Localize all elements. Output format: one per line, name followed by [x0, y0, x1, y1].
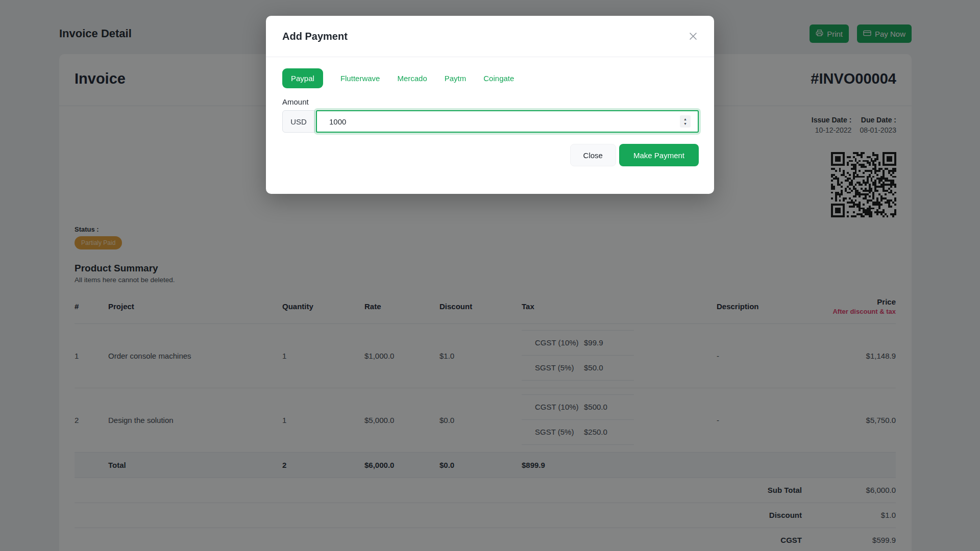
- close-button[interactable]: Close: [570, 144, 616, 166]
- spinner-down-icon[interactable]: ▼: [683, 122, 687, 126]
- currency-prefix: USD: [282, 110, 315, 133]
- tab-coingate[interactable]: Coingate: [483, 74, 514, 83]
- modal-title: Add Payment: [282, 31, 348, 42]
- amount-input-group: USD ▲ ▼: [282, 110, 699, 133]
- modal-header: Add Payment: [266, 16, 714, 57]
- spinner-up-icon[interactable]: ▲: [683, 117, 687, 121]
- add-payment-modal: Add Payment Paypal Flutterwave Mercado P…: [266, 16, 714, 194]
- tab-mercado[interactable]: Mercado: [397, 74, 427, 83]
- amount-input[interactable]: [316, 110, 699, 133]
- tab-paypal[interactable]: Paypal: [282, 68, 323, 88]
- number-spinner: ▲ ▼: [680, 115, 691, 128]
- tab-flutterwave[interactable]: Flutterwave: [340, 74, 380, 83]
- close-icon[interactable]: [684, 28, 702, 45]
- modal-body: Paypal Flutterwave Mercado Paytm Coingat…: [266, 57, 714, 133]
- modal-footer: Close Make Payment: [266, 133, 714, 194]
- payment-method-tabs: Paypal Flutterwave Mercado Paytm Coingat…: [282, 68, 699, 88]
- make-payment-button[interactable]: Make Payment: [619, 144, 699, 166]
- tab-paytm[interactable]: Paytm: [445, 74, 467, 83]
- amount-label: Amount: [282, 97, 699, 106]
